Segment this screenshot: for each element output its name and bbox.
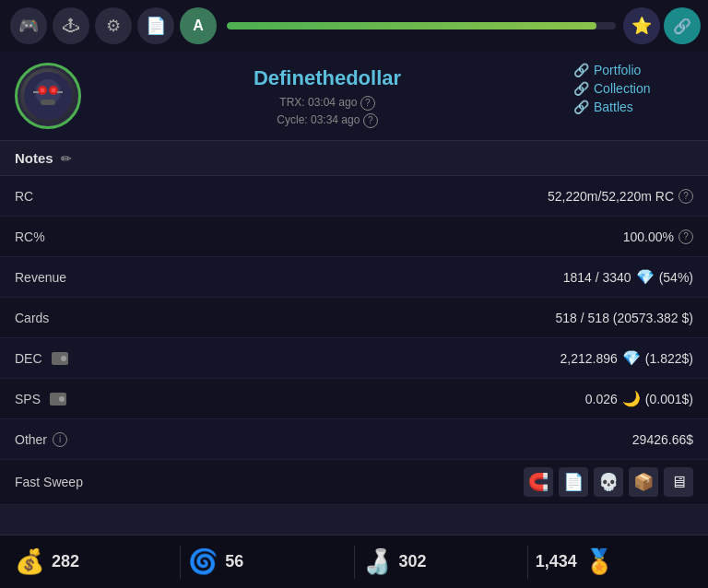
dec-wallet-icon[interactable] (52, 352, 68, 365)
sps-label: SPS (15, 392, 66, 406)
dec-value: 2,212.896 💎 (1.822$) (560, 349, 693, 367)
share-button[interactable]: 🔗 (664, 7, 701, 44)
nav-controller-button[interactable]: 🕹 (53, 7, 89, 44)
rc-label: RC (15, 189, 33, 204)
star-button[interactable]: ⭐ (623, 7, 660, 44)
profile-cycle: Cycle: 03:34 ago ? (81, 112, 573, 129)
bottom-value-3: 1,434 (536, 552, 577, 571)
rc-value: 52,220m/52,220m RC ? (548, 189, 693, 204)
bottom-divider-1 (180, 546, 181, 579)
other-info-icon[interactable]: i (53, 432, 67, 447)
stat-row-sps: SPS 0.026 🌙 (0.001$) (0, 379, 708, 419)
stat-row-cards: Cards 518 / 518 (20573.382 $) (0, 298, 708, 338)
profile-trx: TRX: 03:04 ago ? (81, 94, 573, 112)
bottom-value-2: 302 (399, 552, 427, 571)
rcpct-help[interactable]: ? (678, 229, 693, 244)
bottom-value-0: 282 (52, 552, 79, 571)
avatar-svg (24, 72, 72, 120)
bottom-stat-1: 🌀 56 (188, 547, 346, 576)
sps-value: 0.026 🌙 (0.001$) (585, 390, 693, 407)
other-value: 29426.66$ (632, 432, 693, 447)
notes-label: Notes (15, 150, 53, 166)
nav-game-button[interactable]: 🎮 (10, 7, 47, 44)
sweep-icon-0[interactable]: 🧲 (524, 467, 553, 497)
bottom-stat-0: 💰 282 (15, 547, 172, 576)
sps-gem-icon: 🌙 (622, 390, 641, 407)
cards-label: Cards (15, 311, 49, 325)
portfolio-link-icon: 🔗 (573, 63, 589, 77)
notes-edit-icon[interactable]: ✏ (61, 151, 72, 166)
collection-link-icon: 🔗 (573, 81, 589, 96)
avatar-image (20, 68, 76, 123)
sweep-icon-1[interactable]: 📄 (559, 467, 588, 497)
sweep-icon-3[interactable]: 📦 (629, 467, 658, 497)
nav-settings-button[interactable]: ⚙ (95, 7, 132, 44)
svg-point-5 (52, 88, 56, 93)
fast-sweep-icons: 🧲 📄 💀 📦 🖥 (524, 467, 693, 497)
svg-rect-6 (41, 100, 55, 105)
sweep-icon-4[interactable]: 🖥 (664, 467, 693, 497)
stats-container: RC 52,220m/52,220m RC ? RC% 100.00% ? Re… (0, 176, 708, 460)
stat-row-revenue: Revenue 1814 / 3340 💎 (54%) (0, 257, 708, 298)
revenue-value: 1814 / 3340 💎 (54%) (563, 268, 693, 286)
cycle-help[interactable]: ? (363, 113, 378, 128)
stat-row-rc: RC 52,220m/52,220m RC ? (0, 176, 708, 217)
stat-row-rcpct: RC% 100.00% ? (0, 217, 708, 257)
bottom-value-1: 56 (225, 552, 243, 571)
bottom-icon-potion: 🍶 (362, 547, 392, 576)
profile-section: Definethedollar TRX: 03:04 ago ? Cycle: … (0, 52, 708, 141)
notes-section: Notes ✏ (0, 141, 708, 176)
rcpct-value: 100.00% ? (623, 229, 693, 244)
bottom-icon-medal: 🏅 (584, 547, 614, 576)
bottom-divider-2 (354, 546, 355, 579)
svg-point-4 (41, 88, 45, 93)
battles-link[interactable]: 🔗 Battles (573, 100, 633, 114)
bottom-icon-swirl: 🌀 (188, 547, 218, 576)
portfolio-link[interactable]: 🔗 Portfolio (573, 63, 641, 77)
progress-fill (227, 22, 596, 29)
stat-row-other: Other i 29426.66$ (0, 419, 708, 460)
revenue-label: Revenue (15, 270, 66, 285)
dec-gem-icon: 💎 (622, 349, 641, 367)
bottom-divider-3 (527, 546, 528, 579)
nav-document-button[interactable]: 📄 (137, 7, 174, 44)
stat-row-dec: DEC 2,212.896 💎 (1.822$) (0, 338, 708, 379)
sweep-icon-2[interactable]: 💀 (594, 467, 623, 497)
fast-sweep-section: Fast Sweep 🧲 📄 💀 📦 🖥 (0, 460, 708, 505)
top-navigation: 🎮 🕹 ⚙ 📄 A ⭐ 🔗 (0, 0, 708, 52)
rcpct-label: RC% (15, 229, 45, 244)
rc-help[interactable]: ? (678, 189, 693, 204)
sps-wallet-icon[interactable] (50, 393, 66, 406)
collection-link[interactable]: 🔗 Collection (573, 81, 650, 96)
progress-bar (227, 22, 616, 29)
cards-value: 518 / 518 (20573.382 $) (556, 311, 693, 325)
bottom-icon-money: 💰 (15, 547, 44, 576)
bottom-stat-2: 🍶 302 (362, 547, 520, 576)
bottom-stat-3: 1,434 🏅 (536, 547, 693, 576)
profile-info: Definethedollar TRX: 03:04 ago ? Cycle: … (81, 63, 573, 129)
other-label: Other i (15, 432, 67, 447)
battles-link-icon: 🔗 (573, 100, 589, 114)
profile-links: 🔗 Portfolio 🔗 Collection 🔗 Battles (573, 63, 693, 114)
fast-sweep-label: Fast Sweep (15, 475, 83, 489)
trx-help[interactable]: ? (360, 96, 375, 111)
avatar (15, 63, 81, 129)
nav-profile-button[interactable]: A (180, 7, 217, 44)
revenue-gem-icon: 💎 (636, 268, 655, 286)
bottom-bar: 💰 282 🌀 56 🍶 302 1,434 🏅 (0, 535, 708, 588)
dec-label: DEC (15, 351, 68, 366)
nav-right-icons: ⭐ 🔗 (623, 7, 701, 44)
profile-username: Definethedollar (81, 66, 573, 90)
